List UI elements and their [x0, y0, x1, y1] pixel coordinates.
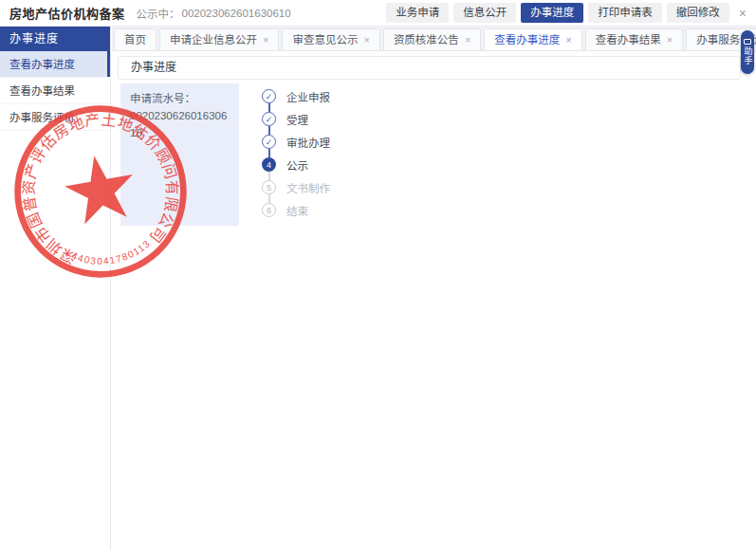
tab-label: 资质核准公告 — [394, 29, 459, 50]
sidebar-item[interactable]: 查看办事进度 — [0, 51, 110, 78]
tab[interactable]: 查看办事结果 × — [585, 28, 683, 50]
tab-label: 首页 — [124, 29, 146, 50]
step-connector — [268, 172, 270, 180]
step-label: 文书制作 — [286, 180, 330, 195]
tab-close-icon[interactable]: × — [565, 35, 571, 46]
panel-title: 办事进度 — [118, 56, 741, 80]
step-label: 受理 — [286, 112, 308, 127]
tab-label: 申请企业信息公开 — [170, 29, 257, 50]
step-label: 企业申报 — [286, 89, 330, 104]
timeline-step: ✓ 企业申报 — [262, 89, 330, 103]
tab-close-icon[interactable]: × — [465, 35, 470, 46]
status-serial-number: 002023062601630610 — [182, 8, 291, 19]
main-content: 办事进度 申请流水号： 002023062601630610 ✓ 企业申报 ✓ … — [112, 51, 756, 550]
timeline-step: 5 文书制作 — [262, 180, 330, 194]
step-circle: ✓ — [262, 89, 276, 103]
monitor-icon — [744, 39, 751, 45]
top-header: 房地产估价机构备案 公示中： 002023062601630610 业务申请信息… — [0, 0, 756, 27]
step-circle: ✓ — [262, 135, 276, 149]
tab-label: 查看办事结果 — [596, 29, 661, 50]
sidebar-item[interactable]: 办事服务评价 — [0, 104, 110, 131]
step-circle: 6 — [262, 203, 276, 217]
header-actions: 业务申请信息公开办事进度打印申请表撤回修改 — [386, 3, 729, 23]
serial-value: 002023062601630610 — [130, 108, 230, 142]
header-action-button[interactable]: 办事进度 — [521, 3, 583, 23]
tab-bar: 首页 申请企业信息公开 × 审查意见公示 × 资质核准公告 × 查看办事进度 ×… — [112, 27, 756, 51]
tab-label: 审查意见公示 — [292, 29, 358, 50]
timeline-step: ✓ 审批办理 — [262, 135, 330, 149]
header-action-button[interactable]: 撤回修改 — [667, 3, 729, 23]
close-icon[interactable]: × — [739, 7, 747, 20]
step-connector — [268, 194, 270, 203]
status-label: 公示中： — [137, 6, 180, 21]
header-action-button[interactable]: 业务申请 — [386, 3, 449, 23]
tab[interactable]: 审查意见公示 × — [282, 28, 379, 50]
step-label: 结束 — [286, 203, 308, 218]
tab[interactable]: 首页 — [114, 28, 157, 50]
step-connector — [268, 149, 270, 157]
step-circle: 4 — [262, 157, 276, 172]
sidebar-items: 查看办事进度查看办事结果办事服务评价 — [0, 51, 110, 131]
step-circle: ✓ — [262, 112, 276, 126]
step-connector — [268, 103, 270, 112]
timeline-step: 6 结束 — [262, 203, 330, 217]
tab-close-icon[interactable]: × — [263, 35, 268, 46]
sidebar-item[interactable]: 查看办事结果 — [0, 78, 110, 104]
serial-label: 申请流水号： — [130, 91, 230, 108]
tab-label: 查看办事进度 — [494, 29, 560, 50]
status-badge: 公示中： 002023062601630610 — [137, 6, 291, 21]
assistant-label: 助手 — [744, 46, 752, 65]
step-connector — [268, 126, 270, 135]
header-action-button[interactable]: 信息公开 — [453, 3, 516, 23]
app-window: 房地产估价机构备案 公示中： 002023062601630610 业务申请信息… — [0, 0, 756, 550]
page-title: 房地产估价机构备案 — [9, 4, 125, 22]
step-circle: 5 — [262, 180, 276, 194]
tab[interactable]: 申请企业信息公开 × — [159, 28, 279, 50]
timeline-step: 4 公示 — [262, 157, 330, 172]
step-label: 公示 — [286, 157, 308, 173]
tab-close-icon[interactable]: × — [667, 35, 673, 46]
step-label: 审批办理 — [286, 135, 330, 150]
sidebar-title: 办事进度 — [0, 27, 110, 51]
tab[interactable]: 查看办事进度 × — [484, 28, 581, 50]
tab[interactable]: 资质核准公告 × — [383, 28, 481, 50]
tab-close-icon[interactable]: × — [363, 35, 369, 46]
serial-number-box: 申请流水号： 002023062601630610 — [120, 83, 239, 226]
assistant-button[interactable]: 助手 — [741, 30, 754, 74]
progress-timeline: ✓ 企业申报 ✓ 受理 ✓ 审批办理 4 公示 5 文书制作 6 结束 — [262, 89, 330, 217]
sidebar: 办事进度 查看办事进度查看办事结果办事服务评价 — [0, 27, 111, 550]
timeline-step: ✓ 受理 — [262, 112, 330, 126]
header-action-button[interactable]: 打印申请表 — [588, 3, 662, 23]
